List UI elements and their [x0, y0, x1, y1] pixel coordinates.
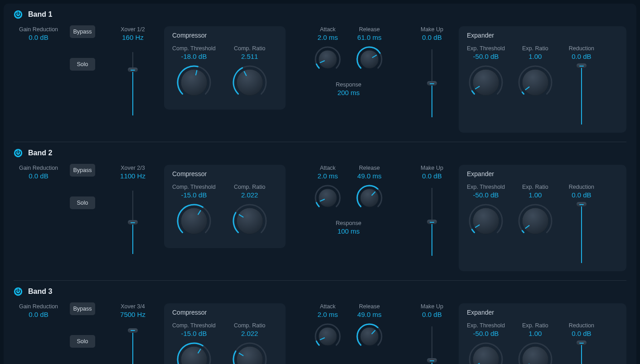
vertical-slider[interactable]: [128, 191, 137, 254]
reduction-value: 0.0 dB: [572, 53, 591, 60]
release-label: Release: [359, 165, 380, 171]
exp-threshold-knob[interactable]: [468, 65, 504, 101]
comp-ratio-knob[interactable]: [232, 342, 267, 364]
makeup-label: Make Up: [421, 26, 443, 33]
vertical-slider[interactable]: [128, 52, 137, 115]
reduction-label: Reduction: [569, 45, 594, 52]
expander-section: Expander Exp. Threshold -50.0 dB Exp. Ra…: [459, 26, 626, 133]
xover-label: Xover 1/2: [121, 26, 145, 33]
comp-ratio-label: Comp. Ratio: [234, 45, 265, 52]
power-icon[interactable]: [14, 287, 23, 296]
comp-threshold-knob[interactable]: [176, 65, 212, 101]
exp-threshold-knob[interactable]: [468, 342, 504, 364]
reduction-label: Reduction: [569, 322, 594, 329]
compressor-section: Compressor Comp. Threshold -15.0 dB Comp…: [164, 165, 286, 248]
solo-button[interactable]: Solo: [70, 196, 95, 209]
xover-label: Xover 3/4: [121, 303, 145, 310]
gain-reduction-label: Gain Reduction: [14, 165, 63, 171]
bypass-button[interactable]: Bypass: [70, 164, 95, 177]
bypass-button[interactable]: Bypass: [70, 302, 95, 315]
vertical-slider[interactable]: [577, 343, 586, 364]
comp-threshold-value: -15.0 dB: [181, 330, 207, 337]
release-value: 49.0 ms: [357, 172, 381, 180]
comp-ratio-value: 2.022: [241, 191, 258, 199]
gain-reduction-label: Gain Reduction: [14, 26, 63, 33]
gain-reduction-label: Gain Reduction: [14, 303, 63, 310]
makeup-value: 0.0 dB: [422, 311, 441, 318]
comp-threshold-label: Comp. Threshold: [172, 45, 216, 52]
compressor-title: Compressor: [172, 32, 277, 39]
reduction-value: 0.0 dB: [572, 191, 591, 199]
makeup-label: Make Up: [421, 165, 443, 171]
exp-ratio-label: Exp. Ratio: [522, 322, 548, 329]
vertical-slider[interactable]: [577, 66, 586, 125]
attack-knob[interactable]: [314, 184, 341, 213]
power-icon[interactable]: [14, 148, 23, 158]
vertical-slider[interactable]: [427, 188, 436, 256]
reduction-label: Reduction: [569, 184, 594, 190]
exp-threshold-value: -50.0 dB: [473, 330, 499, 337]
release-label: Release: [359, 303, 380, 310]
svg-point-51: [473, 346, 499, 364]
exp-ratio-label: Exp. Ratio: [522, 45, 548, 52]
exp-threshold-knob[interactable]: [468, 203, 504, 240]
compressor-section: Compressor Comp. Threshold -18.0 dB Comp…: [164, 26, 286, 110]
exp-threshold-label: Exp. Threshold: [467, 322, 505, 329]
attack-label: Attack: [320, 303, 336, 310]
expander-section: Expander Exp. Threshold -50.0 dB Exp. Ra…: [459, 165, 626, 271]
release-knob[interactable]: [356, 323, 383, 351]
comp-threshold-label: Comp. Threshold: [172, 184, 216, 190]
attack-knob[interactable]: [314, 323, 341, 351]
exp-threshold-value: -50.0 dB: [473, 53, 499, 60]
expander-title: Expander: [467, 309, 618, 316]
attack-value: 2.0 ms: [317, 311, 338, 318]
attack-value: 2.0 ms: [317, 34, 338, 41]
comp-threshold-knob[interactable]: [176, 342, 212, 364]
exp-ratio-value: 1.00: [528, 330, 542, 337]
vertical-slider[interactable]: [427, 326, 436, 364]
exp-ratio-value: 1.00: [528, 53, 542, 60]
xover-label: Xover 2/3: [121, 165, 145, 171]
release-value: 49.0 ms: [357, 311, 381, 318]
gain-reduction-value: 0.0 dB: [14, 34, 63, 41]
comp-ratio-knob[interactable]: [232, 65, 267, 101]
expander-section: Expander Exp. Threshold -50.0 dB Exp. Ra…: [459, 303, 626, 364]
exp-ratio-knob[interactable]: [518, 342, 553, 364]
response-label: Response: [336, 81, 361, 88]
svg-point-42: [237, 346, 263, 364]
release-knob[interactable]: [356, 46, 383, 74]
vertical-slider[interactable]: [128, 329, 137, 364]
exp-ratio-label: Exp. Ratio: [522, 184, 548, 190]
svg-point-39: [181, 346, 207, 364]
exp-ratio-knob[interactable]: [518, 203, 553, 240]
exp-threshold-label: Exp. Threshold: [467, 184, 505, 190]
comp-ratio-knob[interactable]: [232, 203, 267, 240]
solo-button[interactable]: Solo: [70, 335, 95, 348]
power-icon[interactable]: [14, 10, 23, 19]
band-title: Band 3: [28, 287, 52, 296]
band-3: Band 3 Gain Reduction 0.0 dB Bypass Solo…: [14, 280, 626, 364]
bypass-button[interactable]: Bypass: [70, 25, 95, 38]
solo-button[interactable]: Solo: [70, 58, 95, 71]
exp-ratio-knob[interactable]: [518, 65, 553, 101]
svg-point-54: [522, 346, 548, 364]
release-knob[interactable]: [356, 184, 383, 213]
response-value: 100 ms: [336, 227, 361, 235]
comp-threshold-knob[interactable]: [176, 203, 212, 240]
xover-value: 7500 Hz: [120, 311, 145, 318]
comp-ratio-label: Comp. Ratio: [234, 322, 265, 329]
vertical-slider[interactable]: [577, 204, 586, 263]
attack-label: Attack: [320, 26, 336, 33]
compressor-title: Compressor: [172, 309, 277, 316]
vertical-slider[interactable]: [427, 49, 436, 117]
gain-reduction-value: 0.0 dB: [14, 172, 63, 180]
band-title: Band 2: [28, 149, 52, 157]
comp-threshold-value: -18.0 dB: [181, 53, 207, 60]
xover-value: 160 Hz: [122, 34, 144, 41]
response-label: Response: [336, 220, 361, 226]
exp-threshold-value: -50.0 dB: [473, 191, 499, 199]
exp-ratio-value: 1.00: [528, 191, 542, 199]
expander-title: Expander: [467, 170, 618, 177]
compressor-section: Compressor Comp. Threshold -15.0 dB Comp…: [164, 303, 286, 364]
attack-knob[interactable]: [314, 46, 341, 74]
